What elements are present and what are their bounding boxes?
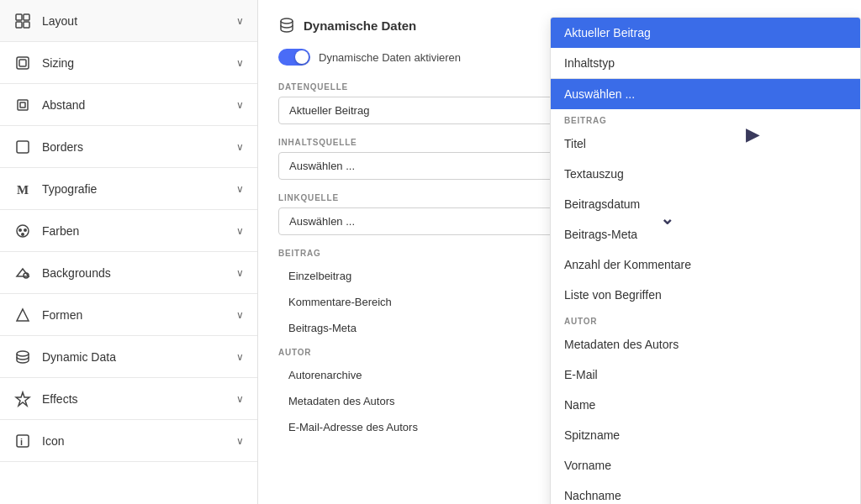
backgrounds-icon — [13, 264, 32, 282]
sidebar-item-abstand[interactable]: Abstand ∨ — [0, 84, 257, 126]
arrow-indicator-2: ⌄ — [660, 208, 674, 228]
effects-chevron-icon: ∨ — [236, 393, 244, 405]
svg-rect-4 — [17, 57, 29, 69]
textauszug-option[interactable]: Textauszug — [551, 159, 860, 189]
section-title-text: Dynamische Daten — [304, 18, 416, 33]
sidebar-item-icon[interactable]: i Icon ∨ — [0, 420, 257, 462]
right-dropdown-panel: Aktueller Beitrag Inhaltstyp Auswählen .… — [550, 17, 861, 504]
spitzname-option[interactable]: Spitzname — [551, 420, 860, 450]
svg-rect-6 — [18, 100, 28, 110]
aktueller-beitrag-option[interactable]: Aktueller Beitrag — [551, 18, 860, 48]
dynamic-data-toggle[interactable] — [278, 49, 310, 66]
email-option[interactable]: E-Mail — [551, 360, 860, 390]
vorname-option[interactable]: Vorname — [551, 450, 860, 480]
sidebar-item-sizing[interactable]: Sizing ∨ — [0, 42, 257, 84]
formen-icon — [13, 306, 32, 324]
inhaltstyp-option[interactable]: Inhaltstyp — [551, 48, 860, 78]
name-option[interactable]: Name — [551, 390, 860, 420]
sidebar-item-typografie-label: Typografie — [42, 182, 97, 196]
svg-rect-0 — [16, 14, 22, 20]
sidebar-item-layout-label: Layout — [42, 14, 77, 28]
sidebar-item-abstand-label: Abstand — [42, 98, 85, 112]
svg-point-11 — [18, 228, 22, 232]
right-beitrag-category: BEITRAG — [551, 109, 860, 129]
svg-rect-1 — [24, 14, 29, 20]
svg-text:i: i — [20, 437, 23, 447]
sidebar-item-effects-label: Effects — [42, 392, 78, 406]
sidebar-item-formen-label: Formen — [42, 308, 82, 322]
borders-chevron-icon: ∨ — [236, 141, 244, 153]
sidebar-item-sizing-label: Sizing — [42, 56, 74, 70]
abstand-chevron-icon: ∨ — [236, 99, 244, 111]
dynamic-data-icon — [13, 348, 32, 366]
sidebar-item-dynamic-data[interactable]: Dynamic Data ∨ — [0, 336, 257, 378]
svg-point-13 — [21, 233, 24, 236]
svg-rect-2 — [16, 22, 22, 28]
sizing-icon — [13, 54, 32, 72]
beitrags-meta-option[interactable]: Beitrags-Meta — [551, 219, 860, 249]
svg-text:M: M — [17, 183, 29, 197]
svg-rect-3 — [24, 22, 29, 28]
farben-icon — [13, 222, 32, 240]
backgrounds-chevron-icon: ∨ — [236, 267, 244, 279]
svg-point-12 — [24, 228, 27, 232]
section-title: Dynamische Daten — [278, 17, 416, 34]
sidebar-item-dynamic-data-label: Dynamic Data — [42, 350, 116, 364]
sidebar-item-backgrounds-label: Backgrounds — [42, 266, 111, 280]
sidebar-item-icon-label: Icon — [42, 434, 64, 448]
farben-chevron-icon: ∨ — [236, 225, 244, 237]
anzahl-kommentare-option[interactable]: Anzahl der Kommentare — [551, 249, 860, 280]
arrow-indicator-1: ▶ — [746, 124, 758, 144]
sidebar-item-farben-label: Farben — [42, 224, 79, 238]
abstand-icon — [13, 96, 32, 114]
dynamic-data-chevron-icon: ∨ — [236, 351, 244, 363]
nachname-option[interactable]: Nachname — [551, 480, 860, 504]
beitragsdatum-option[interactable]: Beitragsdatum — [551, 189, 860, 219]
sidebar-item-typografie[interactable]: M Typografie ∨ — [0, 168, 257, 210]
metadaten-autors-option[interactable]: Metadaten des Autors — [551, 329, 860, 360]
typografie-icon: M — [13, 180, 32, 198]
svg-rect-5 — [19, 60, 26, 66]
sidebar-item-formen[interactable]: Formen ∨ — [0, 294, 257, 336]
sidebar-item-farben[interactable]: Farben ∨ — [0, 210, 257, 252]
sidebar-item-borders-label: Borders — [42, 140, 83, 154]
sidebar-item-effects[interactable]: Effects ∨ — [0, 378, 257, 420]
effects-icon — [13, 390, 32, 408]
toggle-label: Dynamische Daten aktivieren — [319, 51, 461, 64]
auswaehlen-option[interactable]: Auswählen ... — [551, 79, 860, 109]
sidebar: Layout ∨ Sizing ∨ Abstand — [0, 0, 258, 504]
sidebar-item-backgrounds[interactable]: Backgrounds ∨ — [0, 252, 257, 294]
svg-marker-16 — [16, 392, 29, 406]
borders-icon — [13, 138, 32, 156]
icon-icon: i — [13, 432, 32, 450]
layout-icon — [13, 12, 32, 30]
svg-rect-7 — [20, 102, 25, 108]
sidebar-item-borders[interactable]: Borders ∨ — [0, 126, 257, 168]
svg-rect-8 — [17, 141, 29, 153]
liste-begriffe-option[interactable]: Liste von Begriffen — [551, 280, 860, 310]
typografie-chevron-icon: ∨ — [236, 183, 244, 195]
icon-chevron-icon: ∨ — [236, 435, 244, 447]
sizing-chevron-icon: ∨ — [236, 57, 244, 69]
main-panel: Dynamische Daten ∧ Dynamische Daten akti… — [258, 0, 861, 504]
layout-chevron-icon: ∨ — [236, 15, 244, 27]
titel-option[interactable]: Titel — [551, 129, 860, 159]
svg-point-15 — [17, 351, 29, 356]
svg-point-19 — [281, 18, 293, 24]
formen-chevron-icon: ∨ — [236, 309, 244, 321]
right-autor-category: AUTOR — [551, 310, 860, 329]
sidebar-item-layout[interactable]: Layout ∨ — [0, 0, 257, 42]
database-icon — [278, 17, 295, 34]
